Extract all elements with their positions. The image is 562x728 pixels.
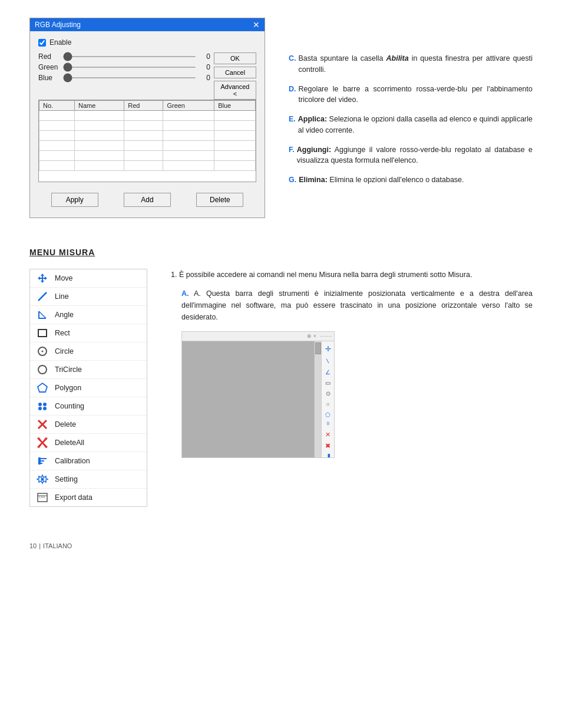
misura-text-a: A. Questa barra degli strumenti è inizia… [181, 289, 533, 321]
misura-point-a: A. A. Questa barra degli strumenti è ini… [181, 288, 533, 323]
svg-marker-0 [38, 274, 47, 283]
st-angle-icon: ∠ [325, 368, 330, 377]
st-circle-icon: ⊙ [326, 389, 330, 398]
svg-line-1 [38, 292, 47, 301]
menu-label-circle: Circle [55, 347, 74, 355]
menu-item-setting[interactable]: Setting [30, 470, 147, 489]
red-slider[interactable] [63, 56, 196, 57]
st-calibration-icon: ▐ [326, 453, 330, 458]
menu-item-deleteall[interactable]: DeleteAll [30, 434, 147, 452]
green-label: Green [38, 63, 59, 71]
page-footer: 10 | ITALIANO [29, 542, 533, 549]
st-polygon-icon: ⬠ [325, 410, 330, 420]
tricircle-icon [36, 363, 49, 376]
ann-text-e: Applica: Seleziona le opzioni dalla case… [298, 114, 533, 136]
rgb-section: RGB Adjusting ✕ Enable Red 0 [29, 18, 533, 218]
menu-label-calibration: Calibration [55, 457, 90, 465]
red-row: Red 0 [38, 52, 210, 61]
menu-label-exportdata: Export data [55, 493, 92, 502]
rgb-buttons: OK Cancel Advanced < [214, 52, 256, 100]
ann-text-f: Aggiungi: Aggiunge il valore rosso-verde… [297, 144, 533, 167]
rect-icon [36, 327, 49, 340]
ok-button[interactable]: OK [214, 52, 256, 64]
screenshot-box: ⊕ × ········ ✛ / ∠ [181, 331, 335, 458]
menu-item-circle[interactable]: Circle [30, 342, 147, 361]
ann-text-d: Regolare le barre a scorrimento rossa-ve… [299, 84, 533, 106]
menu-item-calibration[interactable]: Calibration [30, 452, 147, 470]
circle-icon [36, 345, 49, 358]
menu-label-angle: Angle [55, 311, 74, 319]
menu-item-move[interactable]: Move [30, 269, 147, 288]
menu-label-line: Line [55, 292, 69, 301]
red-label: Red [38, 52, 59, 61]
apply-button[interactable]: Apply [51, 193, 98, 207]
menu-item-polygon[interactable]: Polygon [30, 379, 147, 397]
ann-letter-d: D. [289, 84, 296, 106]
menu-label-tricircle: TriCircle [55, 365, 82, 374]
rgb-table-wrapper: No. Name Red Green Blue [38, 100, 256, 182]
ann-letter-c: C. [289, 53, 296, 75]
menu-item-delete[interactable]: Delete [30, 416, 147, 434]
st-counting-icon: ⠿ [326, 421, 330, 429]
annotation-e: E. Applica: Seleziona le opzioni dalla c… [289, 114, 533, 136]
rgb-main-row: Red 0 Green 0 Blue 0 [38, 52, 256, 100]
enable-checkbox[interactable] [38, 39, 46, 47]
st-move-icon: ✛ [325, 344, 331, 355]
advanced-button[interactable]: Advanced < [214, 81, 256, 100]
calibration-icon [36, 454, 49, 467]
annotation-c: C. Basta spuntare la casella Abilita in … [289, 53, 533, 75]
rgb-annotations: C. Basta spuntare la casella Abilita in … [289, 18, 533, 194]
st-tricircle-icon: ○ [326, 400, 329, 409]
col-no: No. [39, 101, 75, 111]
counting-icon [36, 400, 49, 413]
footer-page: 10 [29, 542, 37, 549]
menu-label-counting: Counting [55, 402, 84, 410]
pin-icon: ⊕ × [307, 332, 316, 340]
svg-rect-20 [38, 460, 44, 462]
menu-list-panel: Move Line Angle Rect [29, 269, 147, 507]
move-icon [36, 272, 49, 285]
menu-item-line[interactable]: Line [30, 288, 147, 306]
bottom-buttons: Apply Add Delete [38, 189, 256, 210]
menu-item-counting[interactable]: Counting [30, 397, 147, 416]
st-deleteall-icon: ✖ [325, 441, 330, 452]
cancel-button[interactable]: Cancel [214, 67, 256, 78]
annotation-f: F. Aggiungi: Aggiunge il valore rosso-ve… [289, 144, 533, 167]
menu-label-delete: Delete [55, 420, 76, 429]
menu-label-rect: Rect [55, 329, 70, 337]
ann-text-c: Basta spuntare la casella Abilita in que… [299, 53, 533, 75]
misura-point-1: 1. È possibile accedere ai comandi nel m… [171, 269, 533, 281]
delete-button[interactable]: Delete [196, 193, 243, 207]
enable-label: Enable [49, 38, 71, 47]
rgb-dialog: RGB Adjusting ✕ Enable Red 0 [29, 18, 265, 218]
red-value: 0 [200, 52, 210, 61]
svg-rect-3 [38, 330, 47, 337]
misura-title: MENU MISURA [29, 248, 533, 257]
svg-point-9 [43, 403, 47, 406]
setting-icon [36, 473, 49, 486]
blue-row: Blue 0 [38, 74, 210, 82]
green-value: 0 [200, 63, 210, 71]
svg-rect-21 [38, 463, 42, 464]
ann-letter-g: G. [289, 174, 296, 186]
menu-label-move: Move [55, 274, 73, 282]
green-row: Green 0 [38, 63, 210, 71]
add-button[interactable]: Add [124, 193, 171, 207]
misura-section: MENU MISURA Move Line [29, 248, 533, 507]
close-icon[interactable]: ✕ [253, 21, 260, 29]
rgb-table: No. Name Red Green Blue [39, 100, 256, 171]
menu-item-exportdata[interactable]: CSV Export data [30, 489, 147, 506]
footer-separator: | [39, 542, 41, 549]
green-slider[interactable] [63, 67, 196, 68]
dialog-title: RGB Adjusting [35, 21, 81, 29]
blue-slider[interactable] [63, 77, 196, 78]
ann-text-g: Elimina: Elimina le opzioni dall'elenco … [299, 174, 464, 186]
misura-right: 1. È possibile accedere ai comandi nel m… [171, 269, 533, 458]
svg-point-11 [43, 407, 47, 410]
menu-item-tricircle[interactable]: TriCircle [30, 361, 147, 379]
footer-lang: ITALIANO [43, 542, 72, 549]
menu-label-polygon: Polygon [55, 384, 81, 392]
ann-letter-a-misura: A. [181, 289, 189, 298]
menu-item-rect[interactable]: Rect [30, 324, 147, 342]
menu-item-angle[interactable]: Angle [30, 306, 147, 324]
